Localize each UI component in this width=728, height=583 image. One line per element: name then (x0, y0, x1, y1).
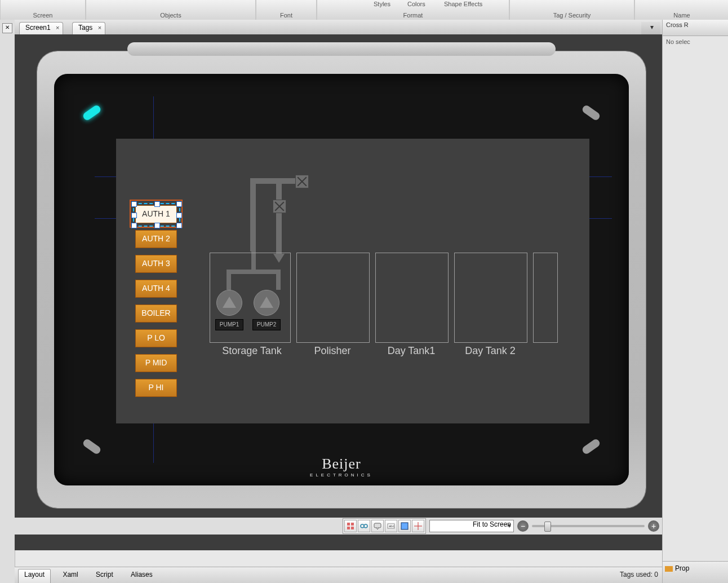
pump-label: PUMP1 (215, 319, 243, 330)
device-bezel: 154,0 766,0 AUTH 1 (54, 74, 629, 485)
ribbon-colors-fragment[interactable]: Colors (407, 1, 425, 7)
hmi-screen[interactable]: AUTH 1 (116, 139, 589, 423)
close-icon[interactable]: × (98, 24, 101, 31)
brand-name: Beijer (322, 456, 361, 472)
ribbon-group-label: Screen (1, 12, 85, 19)
tank-label: Day Tank 2 (454, 345, 526, 357)
device-brand: Beijer ELECTRONICS (54, 456, 629, 478)
nav-button-phi[interactable]: P HI (135, 379, 177, 397)
tank-partial[interactable] (533, 253, 558, 343)
nav-button-pmid[interactable]: P MID (135, 354, 177, 372)
brand-sub: ELECTRONICS (54, 472, 629, 478)
properties-icon (665, 566, 673, 572)
tank-label: Storage Tank (210, 345, 294, 357)
tab-overflow-button[interactable]: ▾ (641, 22, 660, 36)
document-tab-strip: Screen1 × Tags × ▾ (15, 20, 663, 34)
svg-rect-3 (351, 527, 354, 529)
show-tooltips-icon[interactable] (371, 520, 384, 532)
svg-point-4 (361, 524, 364, 528)
svg-rect-2 (347, 527, 350, 529)
show-bounds-icon[interactable] (398, 520, 411, 532)
pipe[interactable] (250, 178, 256, 251)
ribbon-group-label: Tag / Security (510, 12, 634, 19)
show-crosshair-icon[interactable] (412, 520, 424, 532)
tank-label: Day Tank1 (375, 345, 447, 357)
snap-to-object-icon[interactable] (358, 520, 370, 532)
zoom-bar: abc Fit to Screen − + (15, 518, 663, 535)
zoom-slider-track[interactable] (532, 525, 645, 527)
ribbon-group-font[interactable]: Font (256, 0, 317, 20)
nav-button-auth2[interactable]: AUTH 2 (135, 230, 177, 248)
tags-used-status: Tags used: 0 (620, 571, 658, 578)
pipe[interactable] (250, 178, 301, 184)
svg-text:abc: abc (389, 524, 394, 528)
device-notch (127, 42, 556, 56)
nav-button-plo[interactable]: P LO (135, 329, 177, 347)
tab-label: Screen1 (25, 24, 51, 32)
ribbon-group-format[interactable]: Styles Colors Shape Effects Format (317, 0, 509, 20)
ribbon-group-label: Font (256, 12, 316, 19)
tab-layout[interactable]: Layout (18, 569, 51, 583)
design-canvas[interactable]: 154,0 766,0 AUTH 1 (15, 34, 663, 550)
ribbon-group-label: Format (317, 12, 509, 19)
show-text-icon[interactable]: abc (385, 520, 397, 532)
ribbon-group-label: Name (635, 12, 728, 19)
zoom-combo-value: Fit to Screen (473, 520, 511, 528)
corner-button-icon[interactable] (581, 104, 601, 122)
nav-button-auth3[interactable]: AUTH 3 (135, 255, 177, 273)
right-panel-body: No selec (663, 36, 728, 47)
ribbon-styles-fragment[interactable]: Styles (374, 1, 390, 7)
left-dock-close-button[interactable]: ✕ (2, 23, 12, 33)
svg-rect-9 (401, 523, 408, 529)
ribbon-group-label: Objects (86, 12, 255, 19)
snap-to-grid-icon[interactable] (344, 520, 357, 532)
hmi-device-frame: 154,0 766,0 AUTH 1 (37, 51, 646, 508)
nav-button-auth4[interactable]: AUTH 4 (135, 280, 177, 298)
svg-point-5 (364, 524, 367, 528)
pipe[interactable] (276, 178, 282, 257)
zoom-in-button[interactable]: + (648, 520, 659, 532)
zoom-out-button[interactable]: − (517, 520, 529, 532)
power-led-icon (82, 104, 102, 122)
ribbon-group-name[interactable]: Name (634, 0, 728, 20)
zoom-slider-thumb[interactable] (544, 522, 551, 532)
tab-xaml[interactable]: Xaml (57, 569, 83, 583)
view-tools-group: abc (343, 518, 426, 534)
ribbon-strip: Screen Objects Font Styles Colors Shape … (0, 0, 728, 20)
left-dock: ✕ (0, 20, 15, 583)
svg-rect-6 (374, 523, 381, 528)
right-panel-footer-tab[interactable]: Prop (663, 561, 728, 583)
editor-mode-tabs: Layout Xaml Script Aliases Tags used: 0 (15, 567, 663, 583)
pump-label: PUMP2 (252, 319, 281, 330)
ribbon-group-tag-security[interactable]: Tag / Security (509, 0, 634, 20)
valve-icon[interactable] (295, 175, 309, 188)
valve-icon[interactable] (273, 200, 286, 213)
day-tank-1[interactable] (375, 253, 449, 343)
tab-aliases[interactable]: Aliases (125, 569, 158, 583)
tab-label: Tags (78, 24, 92, 32)
corner-button-icon[interactable] (82, 438, 102, 456)
ribbon-group-objects[interactable]: Objects (86, 0, 256, 20)
nav-button-boiler[interactable]: BOILER (135, 304, 177, 323)
right-dock: Cross R No selec Prop (662, 20, 728, 583)
ribbon-shape-effects-fragment[interactable]: Shape Effects (444, 1, 482, 7)
zoom-level-combo[interactable]: Fit to Screen (429, 520, 514, 532)
corner-button-icon[interactable] (581, 438, 601, 456)
pump-icon[interactable] (254, 290, 279, 316)
pump-icon[interactable] (216, 290, 242, 316)
tab-script[interactable]: Script (90, 569, 119, 583)
svg-rect-0 (347, 523, 350, 525)
document-area: Screen1 × Tags × ▾ (15, 20, 663, 550)
right-panel-header[interactable]: Cross R (663, 20, 728, 36)
nav-button-auth1[interactable]: AUTH 1 (135, 205, 177, 223)
ribbon-group-screen[interactable]: Screen (0, 0, 86, 20)
right-footer-label: Prop (675, 564, 689, 572)
day-tank-2[interactable] (454, 253, 527, 343)
tank-label: Polisher (296, 345, 369, 357)
close-icon[interactable]: × (56, 24, 59, 31)
polisher-tank[interactable] (296, 253, 370, 343)
svg-rect-1 (351, 523, 354, 525)
